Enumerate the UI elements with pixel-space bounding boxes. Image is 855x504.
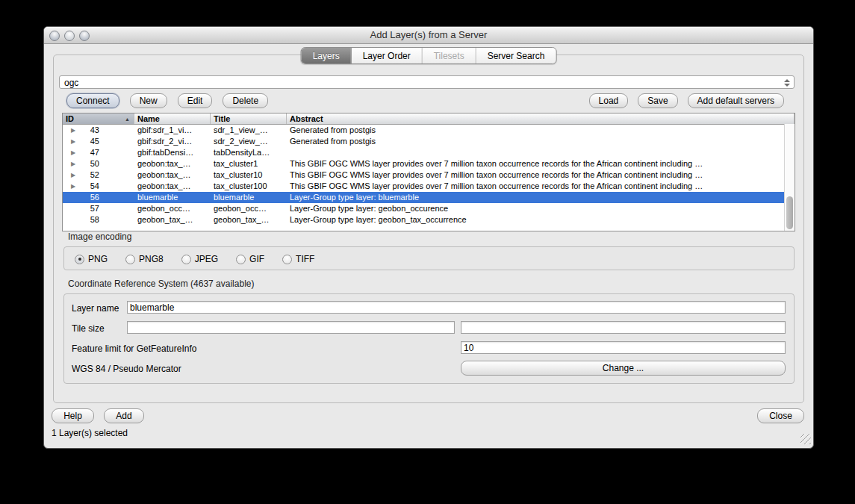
image-encoding-label: Image encoding [68, 231, 131, 242]
row-title: tax_cluster1 [211, 158, 287, 169]
row-abstract: This GBIF OGC WMS layer provides over 7 … [287, 158, 795, 169]
row-id: 58 [78, 214, 99, 225]
table-row[interactable]: ▶45 gbif:sdr_2_vi… sdr_2_view_… Generate… [63, 136, 795, 147]
table-header: ID ▲ Name Title Abstract [63, 113, 795, 125]
row-title: geobon_occ… [211, 203, 287, 214]
screen: Add Layer(s) from a Server Layers Layer … [0, 0, 855, 504]
column-header-title[interactable]: Title [211, 113, 287, 124]
load-button[interactable]: Load [589, 93, 629, 108]
row-id: 47 [78, 147, 99, 158]
layer-name-label: Layer name [72, 303, 119, 314]
tab-layers[interactable]: Layers [302, 48, 352, 63]
disclosure-triangle-icon[interactable]: ▶ [71, 125, 78, 136]
server-list-buttons: Load Save Add default servers [589, 93, 784, 108]
crs-section-label: Coordinate Reference System (4637 availa… [68, 279, 254, 289]
row-name: gbif:sdr_2_vi… [134, 136, 211, 147]
table-row[interactable]: ▶43 gbif:sdr_1_vi… sdr_1_view_… Generate… [63, 125, 795, 136]
tile-size-label: Tile size [72, 323, 105, 334]
connection-buttons: Connect New Edit Delete [66, 93, 268, 108]
crs-value-label: WGS 84 / Pseudo Mercator [72, 364, 181, 374]
table-scrollbar[interactable] [784, 124, 795, 231]
layer-name-input[interactable] [127, 301, 786, 314]
resize-grip[interactable] [800, 434, 811, 444]
row-name: geobon_tax_… [134, 214, 211, 225]
radio-png8[interactable]: PNG8 [125, 254, 164, 264]
save-button[interactable]: Save [638, 93, 677, 108]
disclosure-triangle-icon[interactable]: ▶ [71, 147, 78, 158]
row-name: gbif:sdr_1_vi… [134, 125, 211, 136]
add-layers-dialog: Add Layer(s) from a Server Layers Layer … [43, 26, 814, 449]
table-row[interactable]: ▶57 geobon_occ… geobon_occ… Layer-Group … [63, 203, 795, 214]
server-select-value: ogc [64, 78, 78, 88]
delete-button[interactable]: Delete [223, 93, 268, 108]
column-header-name[interactable]: Name [134, 113, 211, 124]
row-id: 57 [78, 203, 99, 214]
row-abstract: Generated from postgis [287, 136, 795, 147]
row-abstract: Layer-Group type layer: geobon_occurence [287, 203, 795, 214]
feature-limit-label: Feature limit for GetFeatureInfo [72, 343, 196, 354]
close-button[interactable]: Close [757, 408, 804, 423]
row-name: gbif:tabDensi… [134, 147, 211, 158]
table-row[interactable]: ▶50 geobon:tax_… tax_cluster1 This GBIF … [63, 158, 795, 169]
tab-tilesets: Tilesets [423, 48, 476, 63]
disclosure-triangle-icon[interactable]: ▶ [71, 136, 78, 147]
disclosure-triangle-icon[interactable]: ▶ [71, 158, 78, 169]
row-name: geobon:tax_… [134, 169, 211, 181]
tile-height-input[interactable] [461, 321, 786, 334]
crs-form-group: Layer name Tile size Feature limit for G… [63, 293, 795, 384]
column-header-abstract[interactable]: Abstract [287, 113, 795, 124]
row-title: tax_cluster10 [211, 169, 287, 181]
row-id: 45 [78, 136, 99, 147]
table-body: ▶43 gbif:sdr_1_vi… sdr_1_view_… Generate… [63, 125, 795, 225]
new-button[interactable]: New [130, 93, 167, 108]
help-button[interactable]: Help [52, 408, 94, 423]
table-row[interactable]: ▶58 geobon_tax_… geobon_tax_… Layer-Grou… [63, 214, 795, 225]
window-title: Add Layer(s) from a Server [44, 29, 813, 40]
tile-width-input[interactable] [127, 321, 455, 334]
row-title: bluemarble [211, 192, 287, 203]
row-name: geobon:tax_… [134, 181, 211, 192]
connect-button[interactable]: Connect [66, 93, 119, 108]
row-abstract: Generated from postgis [287, 125, 795, 136]
row-id: 56 [78, 192, 99, 203]
radio-jpeg[interactable]: JPEG [181, 254, 218, 264]
row-name: bluemarble [134, 192, 211, 203]
row-name: geobon_occ… [134, 203, 211, 214]
row-title: sdr_1_view_… [211, 125, 287, 136]
row-title: sdr_2_view_… [211, 136, 287, 147]
feature-limit-input[interactable] [461, 341, 786, 354]
row-title: geobon_tax_… [211, 214, 287, 225]
scrollbar-thumb[interactable] [786, 196, 793, 229]
table-row[interactable]: ▶54 geobon:tax_… tax_cluster100 This GBI… [63, 181, 795, 192]
tab-server-search[interactable]: Server Search [476, 48, 556, 63]
disclosure-triangle-icon[interactable]: ▶ [71, 181, 78, 192]
column-header-id[interactable]: ID ▲ [63, 113, 134, 124]
image-encoding-group: PNG PNG8 JPEG GIF TIFF [63, 246, 795, 270]
row-id: 50 [78, 158, 99, 169]
title-bar[interactable]: Add Layer(s) from a Server [44, 27, 813, 44]
radio-icon [236, 255, 246, 264]
row-abstract [287, 147, 795, 158]
row-abstract: Layer-Group type layer: geobon_tax_occur… [287, 214, 795, 225]
radio-icon [282, 255, 292, 264]
tab-bar: Layers Layer Order Tilesets Server Searc… [301, 47, 557, 64]
add-default-servers-button[interactable]: Add default servers [688, 93, 784, 108]
row-title: tabDensityLa… [211, 147, 287, 158]
server-select[interactable]: ogc [59, 75, 795, 89]
combo-stepper-icon[interactable] [783, 78, 791, 88]
layers-table: ID ▲ Name Title Abstract ▶43 gbif:sdr_1_… [62, 113, 795, 231]
edit-button[interactable]: Edit [178, 93, 213, 108]
disclosure-triangle-icon[interactable]: ▶ [71, 169, 78, 181]
radio-gif[interactable]: GIF [236, 254, 264, 264]
table-row[interactable]: ▶52 geobon:tax_… tax_cluster10 This GBIF… [63, 169, 795, 181]
radio-png[interactable]: PNG [75, 254, 108, 264]
row-name: geobon:tax_… [134, 158, 211, 169]
change-crs-button[interactable]: Change ... [461, 361, 786, 376]
add-button[interactable]: Add [104, 408, 144, 423]
table-row-selected[interactable]: ▶56 bluemarble bluemarble Layer-Group ty… [63, 192, 795, 203]
row-title: tax_cluster100 [211, 181, 287, 192]
sort-ascending-icon: ▲ [125, 116, 134, 122]
tab-layer-order[interactable]: Layer Order [352, 48, 423, 63]
radio-tiff[interactable]: TIFF [282, 254, 314, 264]
table-row[interactable]: ▶47 gbif:tabDensi… tabDensityLa… [63, 147, 795, 158]
